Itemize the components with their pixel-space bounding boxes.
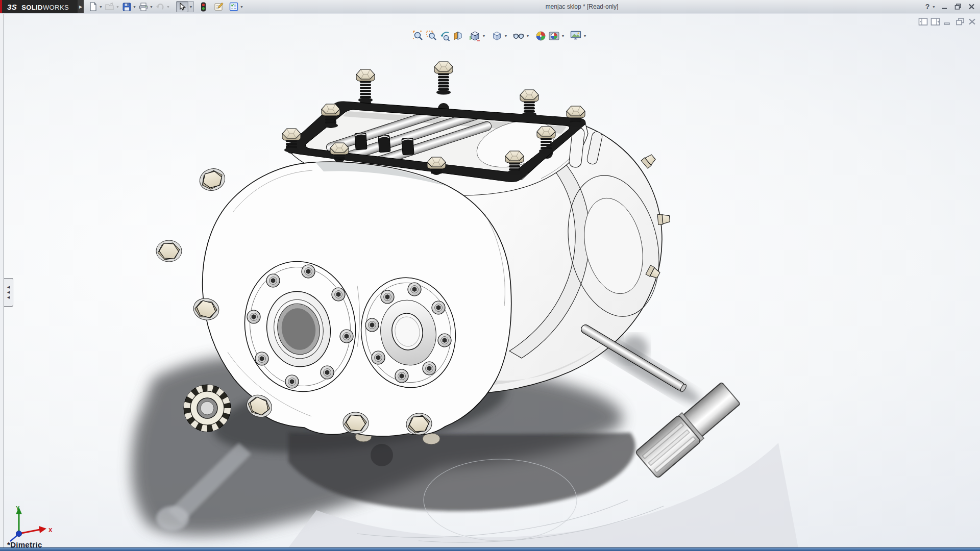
selector-rod[interactable] — [580, 323, 688, 393]
socket-screw[interactable] — [255, 352, 268, 365]
socket-screw[interactable] — [423, 362, 436, 375]
graphics-viewport[interactable]: ◀ ◀ ◀ ▼ — [0, 14, 980, 547]
socket-screw[interactable] — [372, 351, 385, 364]
save-button[interactable]: ▼ — [121, 2, 137, 12]
main-toolbar: ▼ ▼ ▼ ▼ — [88, 0, 246, 13]
traffic-light-icon[interactable] — [198, 2, 208, 12]
open-dropdown[interactable]: ▼ — [115, 2, 120, 12]
socket-screw[interactable] — [408, 283, 421, 296]
socket-screw[interactable] — [266, 274, 280, 287]
socket-screw[interactable] — [332, 288, 345, 301]
cover-bolt[interactable] — [520, 90, 538, 117]
open-button[interactable]: ▼ — [105, 2, 120, 12]
close-button[interactable] — [965, 1, 978, 12]
socket-screw[interactable] — [438, 334, 451, 347]
brand-name-light: WORKS — [43, 4, 69, 11]
print-button[interactable]: ▼ — [138, 2, 154, 12]
undo-dropdown[interactable]: ▼ — [165, 2, 171, 12]
socket-screw[interactable] — [432, 301, 445, 314]
options-list-button[interactable]: ▼ — [229, 2, 244, 12]
reference-triad: Y X — [10, 505, 53, 541]
solidworks-logo: 3S SOLIDWORKS — [0, 0, 78, 13]
options-list-icon[interactable] — [229, 2, 239, 12]
menu-flyout-arrow-icon[interactable]: ▶ — [78, 0, 84, 13]
triad-y-label: Y — [16, 505, 20, 511]
print-dropdown[interactable]: ▼ — [149, 2, 154, 12]
minimize-button[interactable] — [938, 1, 951, 12]
socket-screw[interactable] — [395, 369, 408, 383]
socket-screw[interactable] — [247, 310, 260, 323]
new-document-dropdown[interactable]: ▼ — [98, 2, 104, 12]
cover-bolt[interactable] — [567, 106, 585, 127]
hex-bolt[interactable] — [156, 240, 182, 262]
titlebar: 3S SOLIDWORKS ▶ ▼ ▼ ▼ — [0, 0, 980, 13]
restore-button[interactable] — [951, 1, 965, 12]
socket-screw[interactable] — [340, 330, 353, 343]
edit-note-icon[interactable] — [213, 2, 224, 12]
printer-icon[interactable] — [138, 2, 149, 12]
select-cursor-icon[interactable] — [176, 1, 188, 12]
window-title: menjac sklop * [Read-only] — [531, 0, 633, 13]
solidworks-window: 3S SOLIDWORKS ▶ ▼ ▼ ▼ — [0, 0, 980, 551]
ds-logo-glyph: 3S — [7, 3, 17, 11]
triad-x-label: X — [48, 527, 53, 533]
save-dropdown[interactable]: ▼ — [132, 2, 137, 12]
new-document-icon[interactable] — [88, 2, 98, 12]
splined-coupling[interactable] — [184, 385, 231, 432]
detent-block[interactable] — [402, 138, 414, 155]
brand-name-bold: SOLID — [21, 4, 43, 11]
detent-block[interactable] — [355, 133, 367, 149]
hex-bolt[interactable] — [197, 165, 228, 193]
radial-bolt[interactable] — [657, 214, 670, 225]
socket-screw[interactable] — [285, 375, 299, 388]
options-dropdown[interactable]: ▼ — [239, 2, 244, 12]
socket-screw[interactable] — [381, 290, 394, 304]
socket-screw[interactable] — [365, 318, 379, 332]
open-folder-icon[interactable] — [105, 2, 115, 12]
select-tool-dropdown[interactable]: ▼ — [188, 1, 194, 12]
save-floppy-icon[interactable] — [121, 2, 132, 12]
socket-screw[interactable] — [302, 265, 315, 278]
help-dropdown[interactable]: ▼ — [932, 5, 938, 9]
window-controls: ? ▼ — [923, 0, 978, 13]
cover-bolt[interactable] — [434, 62, 453, 95]
window-bottom-border — [0, 547, 980, 551]
help-button[interactable]: ? — [923, 1, 932, 12]
edit-note-button[interactable] — [213, 2, 224, 12]
new-document-button[interactable]: ▼ — [88, 2, 104, 12]
undo-arrow-icon[interactable] — [155, 2, 165, 12]
cover-bolt[interactable] — [356, 69, 375, 103]
traffic-light-button[interactable] — [198, 2, 208, 12]
radial-bolt[interactable] — [641, 153, 656, 168]
undo-button[interactable]: ▼ — [155, 2, 171, 12]
logo-accent-bar — [0, 0, 2, 13]
socket-screw[interactable] — [321, 366, 334, 379]
model-scene[interactable]: Y X — [0, 14, 980, 547]
detent-block[interactable] — [378, 135, 390, 152]
select-tool-button[interactable] — [176, 1, 188, 12]
